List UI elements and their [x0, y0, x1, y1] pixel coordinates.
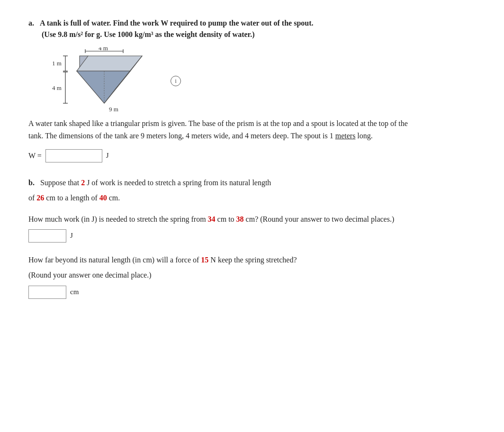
svg-text:4 m: 4 m: [52, 84, 62, 91]
problem-a-title-line2: (Use 9.8 m/s² for g. Use 1000 kg/m³ as t…: [42, 30, 476, 39]
q2-line2: N keep the spring stretched?: [210, 256, 297, 264]
underline-meters: meters: [335, 132, 356, 140]
svg-marker-14: [77, 71, 130, 103]
q2-line1: How far beyond its natural length (in cm…: [28, 256, 201, 264]
problem-b-intro: b. Suppose that 2 J of work is needed to…: [28, 177, 476, 205]
cm-unit: cm: [70, 288, 79, 296]
diagram-area: 1 m 4 m 4 m: [47, 47, 476, 109]
problem-a-title-line1: A tank is full of water. Find the work W…: [40, 19, 314, 27]
q2-input[interactable]: [28, 286, 66, 299]
problem-b-line2-mid: cm to a length of: [46, 194, 99, 202]
svg-text:9 m: 9 m: [109, 106, 118, 113]
problem-a: a. A tank is full of water. Find the wor…: [28, 19, 476, 162]
problem-b-val1: 2: [81, 179, 85, 187]
problem-a-description: A water tank shaped like a triangular pr…: [28, 117, 417, 143]
problem-b-line1-pre: Suppose that: [40, 179, 81, 187]
problem-b-q1-answer-row: J: [28, 229, 476, 243]
q1-val2: 38: [236, 215, 244, 223]
problem-b-line2-pre: of: [28, 194, 36, 202]
svg-text:4 m: 4 m: [99, 47, 108, 52]
tank-diagram: 1 m 4 m 4 m: [47, 47, 152, 109]
problem-b-q1: How much work (in J) is needed to stretc…: [28, 213, 476, 243]
problem-a-header: a. A tank is full of water. Find the wor…: [28, 19, 476, 27]
problem-b: b. Suppose that 2 J of work is needed to…: [28, 177, 476, 299]
info-icon: i: [171, 76, 181, 86]
q2-round: (Round your answer one decimal place.): [28, 269, 476, 281]
svg-text:1 m: 1 m: [52, 60, 62, 67]
joules-unit-a: J: [106, 152, 109, 160]
q2-val: 15: [201, 256, 208, 264]
problem-a-answer-row: W = J: [28, 149, 476, 162]
problem-b-val2: 26: [36, 194, 44, 202]
problem-a-label: a.: [28, 19, 34, 27]
problem-b-line1-mid: J of work is needed to stretch a spring …: [87, 179, 271, 187]
tank-svg: 1 m 4 m 4 m: [47, 47, 152, 114]
q1-mid: cm to: [217, 215, 236, 223]
q1-input[interactable]: [28, 229, 66, 243]
q1-end: cm? (Round your answer to two decimal pl…: [246, 215, 395, 223]
q1-pre: How much work (in J) is needed to stretc…: [28, 215, 208, 223]
problem-b-q2: How far beyond its natural length (in cm…: [28, 254, 476, 299]
q1-val1: 34: [208, 215, 216, 223]
problem-b-line2-end: cm.: [109, 194, 120, 202]
w-equals-label: W =: [28, 152, 42, 160]
w-input[interactable]: [45, 149, 102, 162]
joules-unit-b: J: [70, 232, 73, 240]
problem-b-val3: 40: [99, 194, 107, 202]
problem-b-q2-answer-row: cm: [28, 286, 476, 299]
problem-b-label: b.: [28, 179, 38, 187]
